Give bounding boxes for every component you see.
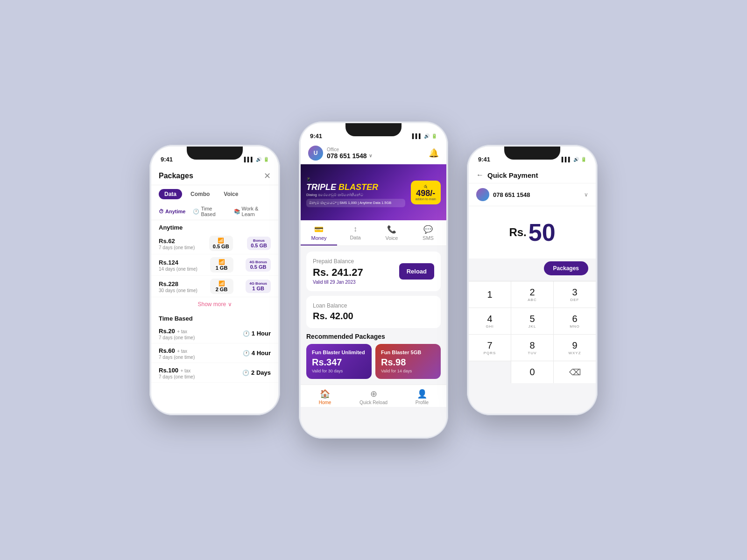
packages-title: Packages [159, 172, 193, 180]
numpad-key-8[interactable]: 8 TUV [511, 335, 553, 361]
pkg-bonus-228: 4G Bonus 1 GB [246, 280, 271, 293]
qp-number: 078 651 1548 [493, 191, 530, 198]
sub-tabs: ⏱ Anytime 🕐 Time Based 📚 Work & Learn [151, 203, 278, 220]
left-status-time: 9:41 [161, 156, 173, 163]
pkg-price-124: Rs.12414 days (one time) [159, 258, 197, 272]
pkg-data-124: 📶 1 GB [210, 257, 233, 273]
hours-2days: 2 Days [251, 369, 271, 376]
tab-voice[interactable]: 📞 Voice [374, 220, 410, 245]
clock-icon-3: 🕐 [242, 370, 249, 376]
tab-sms[interactable]: 💬 SMS [410, 220, 446, 245]
center-phone-inner: 9:41 ▌▌▌ 🔊 🔋 U Office 078 651 1548 [301, 123, 446, 437]
reload-button[interactable]: Reload [399, 263, 434, 280]
packages-header: Packages ✕ [151, 167, 278, 185]
pkg-name-5gb: Fun Blaster 5GB [381, 350, 435, 355]
numpad-key-0[interactable]: 0 [511, 361, 553, 383]
center-battery-icon: 🔋 [431, 133, 437, 139]
notification-bell-icon[interactable]: 🔔 [429, 148, 439, 158]
pkg-price-5gb: Rs.98 [381, 357, 435, 368]
qp-header: ← Quick Payment [469, 167, 596, 183]
hours-1hour: 1 Hour [252, 330, 271, 337]
center-notch [345, 123, 402, 136]
qp-number-row: 078 651 1548 ∨ [469, 183, 596, 206]
phones-container: 9:41 ▌▌▌ 🔊 🔋 Packages ✕ Data Combo Voice [149, 121, 598, 439]
numpad: 1 2 ABC 3 DEF 4 GHI [469, 281, 596, 383]
bottom-nav-home[interactable]: 🏠 Home [301, 389, 349, 405]
subtab-timebased[interactable]: 🕐 Time Based [193, 206, 226, 217]
user-details: Office 078 651 1548 ∨ [327, 147, 372, 160]
center-status-icons: ▌▌▌ 🔊 🔋 [412, 133, 437, 139]
show-more-button[interactable]: Show more ∨ [151, 297, 278, 311]
bottom-nav-profile[interactable]: 👤 Profile [398, 389, 446, 405]
right-phone: 9:41 ▌▌▌ 🔊 🔋 ← Quick Payment 078 651 154… [467, 145, 598, 415]
battery-icon: 🔋 [263, 157, 269, 162]
numpad-delete-key[interactable]: ⌫ [554, 361, 596, 383]
promo-price-badge: රු 498/- addon to main [411, 181, 441, 204]
left-status-icons: ▌▌▌ 🔊 🔋 [244, 157, 269, 162]
user-label: Office [327, 147, 372, 152]
subtab-anytime[interactable]: ⏱ Anytime [159, 206, 185, 217]
nav-tabs: 💳 Money ↕ Data 📞 Voice 💬 SMS [301, 220, 446, 246]
pkg-card-5gb[interactable]: Fun Blaster 5GB Rs.98 Valid for 14 days [375, 344, 441, 379]
close-button[interactable]: ✕ [264, 171, 271, 181]
left-notch [187, 147, 243, 160]
tab-data[interactable]: Data [159, 189, 182, 199]
promo-icon: 📱 [306, 177, 405, 182]
time-based-section-label: Time Based [151, 311, 278, 324]
pkg-price-228: Rs.22830 days (one time) [159, 280, 197, 293]
numpad-key-3[interactable]: 3 DEF [554, 281, 596, 308]
left-phone-inner: 9:41 ▌▌▌ 🔊 🔋 Packages ✕ Data Combo Voice [151, 147, 278, 413]
tb-price-100: Rs.100 + tax 7 days (one time) [159, 366, 195, 379]
recommended-section: Recommended Packages Fun Blaster Unlimit… [306, 333, 441, 379]
back-arrow-icon[interactable]: ← [476, 171, 484, 179]
center-phone-screen: 9:41 ▌▌▌ 🔊 🔋 U Office 078 651 1548 [301, 123, 446, 437]
numpad-key-2[interactable]: 2 ABC [511, 281, 553, 308]
bottom-nav-quickreload[interactable]: ⊕ Quick Reload [349, 389, 398, 405]
tab-voice[interactable]: Voice [218, 189, 244, 199]
home-icon: 🏠 [320, 389, 330, 399]
bottom-spacer [469, 383, 596, 391]
main-content: Prepaid Balance Rs. 241.27 Valid till 29… [301, 246, 446, 385]
signal-bars-icon: ▌▌▌ [412, 133, 422, 139]
center-status-time: 9:41 [310, 133, 322, 140]
pkg-validity-5gb: Valid for 14 days [381, 369, 435, 373]
money-icon: 💳 [314, 225, 324, 234]
tab-pills: Data Combo Voice [151, 185, 278, 203]
hours-4hour: 4 Hour [252, 350, 271, 357]
recommended-title: Recommended Packages [306, 333, 441, 340]
left-phone: 9:41 ▌▌▌ 🔊 🔋 Packages ✕ Data Combo Voice [149, 145, 280, 415]
time-based-row-60: Rs.60 + tax 7 days (one time) 🕐 4 Hour [151, 343, 278, 363]
numpad-key-1[interactable]: 1 [469, 281, 511, 308]
pkg-name-unlimited: Fun Blaster Unlimited [312, 350, 366, 355]
user-number[interactable]: 078 651 1548 ∨ [327, 152, 372, 160]
right-phone-screen: 9:41 ▌▌▌ 🔊 🔋 ← Quick Payment 078 651 154… [469, 147, 596, 413]
promo-banner[interactable]: 📱 TRIPLE BLASTER Dialog පරෙගෙවුම් පාර්ශෝ… [301, 164, 446, 220]
qp-chevron-icon[interactable]: ∨ [584, 191, 588, 198]
quickreload-icon: ⊕ [370, 389, 377, 399]
tab-data[interactable]: ↕ Data [337, 220, 374, 245]
qp-title: Quick Payment [487, 171, 538, 179]
tab-money[interactable]: 💳 Money [301, 220, 337, 245]
promo-subtitle: Dialog පරෙගෙවුම් පාර්ශෝකියන්ට [306, 193, 405, 197]
numpad-key-9[interactable]: 9 WXYZ [554, 335, 596, 361]
balance-valid: Valid till 29 Jan 2023 [313, 280, 363, 285]
packages-quick-button[interactable]: Packages [544, 261, 588, 275]
pkg-bonus-62: Bonus 0.5 GB [247, 237, 271, 250]
pkg-card-unlimited[interactable]: Fun Blaster Unlimited Rs.347 Valid for 3… [306, 344, 372, 379]
tab-combo[interactable]: Combo [185, 189, 215, 199]
data-icon: ↕ [353, 225, 357, 233]
wifi-icon: 🔊 [256, 157, 261, 162]
promo-title: TRIPLE BLASTER [306, 183, 405, 191]
delete-icon: ⌫ [569, 367, 581, 378]
clock-icon: 🕐 [193, 209, 199, 215]
tb-price-60: Rs.60 + tax 7 days (one time) [159, 346, 195, 360]
numpad-key-5[interactable]: 5 JKL [511, 308, 553, 334]
numpad-spacer-left [469, 361, 511, 383]
numpad-key-4[interactable]: 4 GHI [469, 308, 511, 334]
pkg-row-62: Rs.627 days (one time) 📶 0.5 GB Bonus 0.… [151, 233, 278, 254]
numpad-key-7[interactable]: 7 PQRS [469, 335, 511, 361]
numpad-key-6[interactable]: 6 MNO [554, 308, 596, 334]
subtab-worklearn[interactable]: 📚 Work & Learn [234, 206, 271, 217]
signal-icon: ▌▌▌ [244, 157, 254, 162]
time-based-row-20: Rs.20 + tax 7 days (one time) 🕐 1 Hour [151, 324, 278, 343]
